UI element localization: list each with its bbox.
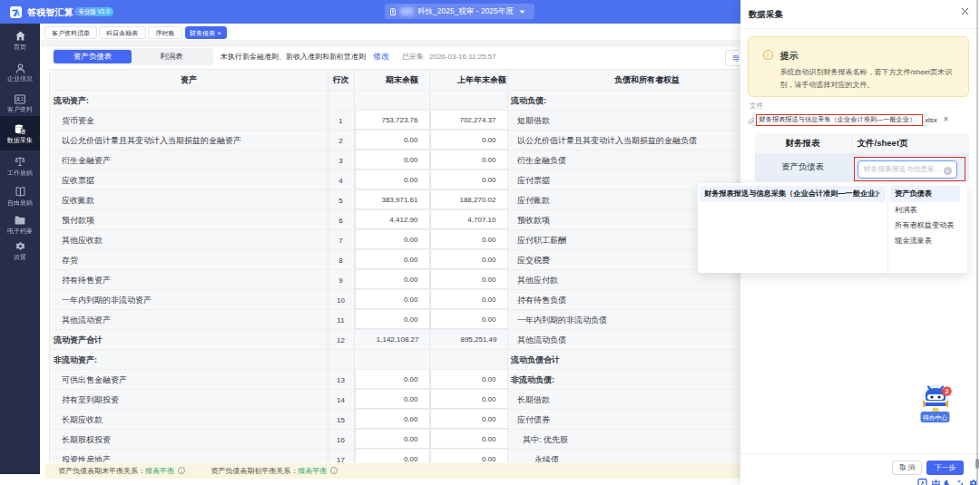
svg-text:中: 中	[932, 479, 941, 485]
svg-text:待办中心: 待办中心	[923, 414, 947, 422]
svg-text:2: 2	[945, 387, 948, 395]
